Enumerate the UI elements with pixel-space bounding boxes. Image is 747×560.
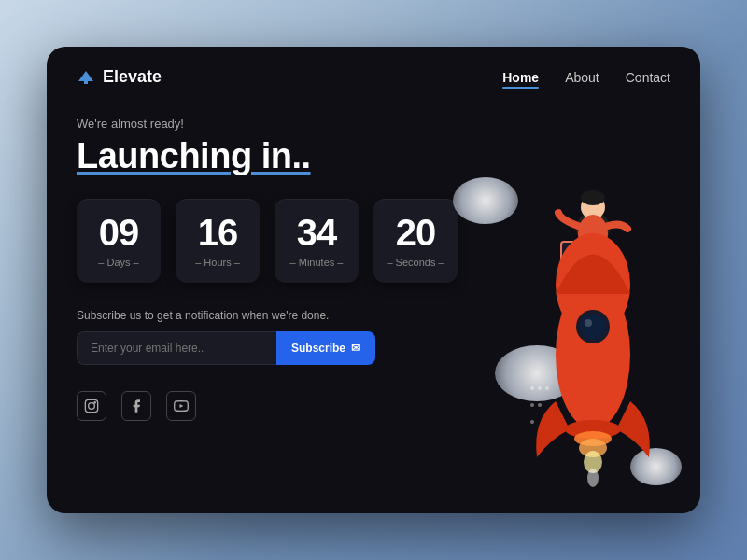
decoration-dots — [529, 379, 551, 429]
subscribe-button-label: Subscribe — [291, 342, 345, 355]
svg-point-2 — [94, 402, 95, 403]
instagram-icon[interactable] — [77, 391, 106, 421]
facebook-icon[interactable] — [121, 391, 151, 421]
seconds-value: 20 — [396, 214, 436, 251]
email-input[interactable] — [77, 331, 276, 365]
minutes-value: 34 — [297, 214, 337, 251]
svg-point-14 — [585, 319, 592, 327]
nav-home[interactable]: Home — [502, 70, 539, 85]
svg-point-1 — [89, 403, 95, 410]
days-label: Days — [98, 257, 138, 268]
hero-subtitle: We're almost ready! — [77, 117, 670, 131]
nav-links: Home About Contact — [502, 70, 670, 85]
rocket-illustration — [448, 140, 682, 495]
nav-about[interactable]: About — [565, 70, 599, 85]
logo[interactable]: Elevate — [77, 67, 162, 87]
count-days: 09 Days — [77, 199, 161, 283]
svg-marker-3 — [180, 404, 184, 408]
navbar: Elevate Home About Contact — [47, 47, 700, 107]
subscribe-button[interactable]: Subscribe ✉ — [276, 331, 375, 365]
hours-value: 16 — [198, 214, 238, 251]
nav-contact[interactable]: Contact — [626, 70, 670, 85]
count-minutes: 34 Minutes — [275, 199, 359, 283]
youtube-icon[interactable] — [166, 391, 196, 421]
count-hours: 16 Hours — [176, 199, 260, 283]
seconds-label: Seconds — [387, 257, 444, 268]
days-value: 09 — [99, 214, 139, 251]
main-card: Elevate Home About Contact We're almost … — [47, 47, 700, 513]
subscribe-form: Subscribe ✉ — [77, 331, 375, 365]
svg-point-19 — [587, 469, 599, 487]
hours-label: Hours — [195, 257, 240, 268]
logo-icon — [77, 68, 95, 87]
count-seconds: 20 Seconds — [374, 199, 458, 283]
logo-text: Elevate — [103, 67, 162, 87]
svg-point-6 — [581, 190, 605, 205]
svg-rect-0 — [85, 399, 97, 412]
svg-point-13 — [580, 314, 606, 340]
minutes-label: Minutes — [290, 257, 344, 268]
mail-icon: ✉ — [351, 342, 360, 355]
